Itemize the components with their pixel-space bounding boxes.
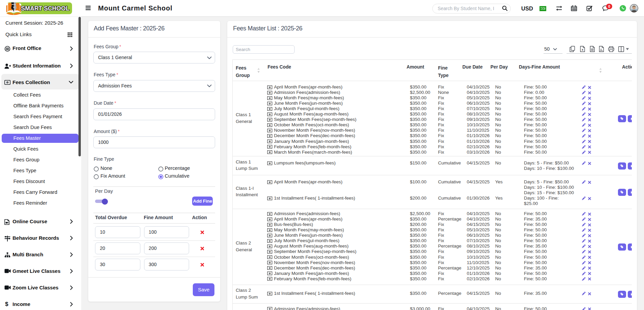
svg-text:0: 0	[269, 92, 270, 94]
svg-text:0: 0	[269, 124, 270, 126]
svg-text:0: 0	[269, 135, 270, 137]
svg-text:0: 0	[269, 246, 270, 247]
svg-text:0: 0	[269, 256, 270, 258]
svg-text:0: 0	[269, 273, 270, 275]
svg-text:0: 0	[269, 224, 270, 226]
svg-text:0: 0	[269, 213, 270, 215]
svg-text:x: x	[582, 48, 583, 51]
svg-text:0: 0	[269, 130, 270, 131]
svg-text:0: 0	[269, 240, 270, 242]
svg-text:0: 0	[269, 218, 270, 220]
svg-text:0: 0	[269, 162, 270, 164]
svg-text:0: 0	[269, 86, 270, 88]
svg-text:0: 0	[269, 181, 270, 183]
svg-text:0: 0	[269, 235, 270, 236]
svg-text:0: 0	[269, 251, 270, 253]
svg-text:0: 0	[269, 198, 270, 199]
svg-text:0: 0	[269, 119, 270, 121]
svg-text:0: 0	[269, 293, 270, 294]
svg-text:0: 0	[269, 151, 270, 153]
svg-text:0: 0	[269, 229, 270, 231]
svg-text:0: 0	[269, 146, 270, 148]
svg-text:0: 0	[269, 103, 270, 104]
svg-text:$: $	[7, 81, 8, 83]
svg-text:0: 0	[269, 97, 270, 99]
svg-text:0: 0	[269, 278, 270, 280]
svg-text:0: 0	[269, 262, 270, 263]
svg-text:0: 0	[269, 308, 270, 310]
svg-text:0: 0	[269, 267, 270, 269]
svg-text:0: 0	[269, 113, 270, 115]
svg-text:0: 0	[269, 140, 270, 142]
svg-text:0: 0	[269, 108, 270, 110]
